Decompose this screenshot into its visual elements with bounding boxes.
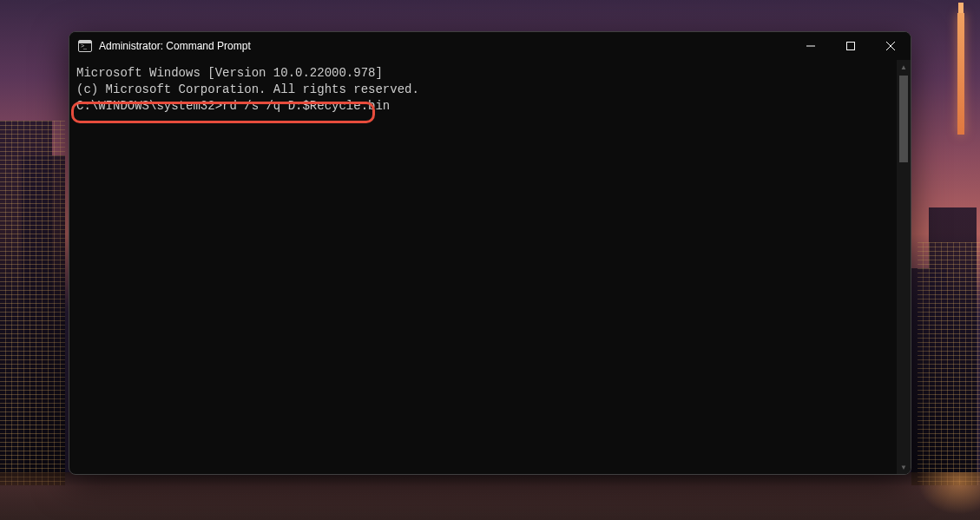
terminal-copyright-line: (c) Microsoft Corporation. All rights re…	[76, 82, 904, 98]
terminal-output-area[interactable]: Microsoft Windows [Version 10.0.22000.97…	[69, 60, 911, 474]
wallpaper-water-reflection	[0, 472, 980, 520]
window-titlebar[interactable]: Administrator: Command Prompt	[69, 32, 911, 60]
vertical-scrollbar[interactable]: ▲ ▼	[897, 60, 911, 474]
terminal-command-line: C:\WINDOWS\system32>rd /s /q D:$Recycle.…	[76, 98, 904, 115]
svg-rect-1	[847, 43, 855, 50]
terminal-prompt: C:\WINDOWS\system32>	[76, 98, 222, 115]
maximize-icon	[846, 42, 855, 50]
close-icon	[886, 42, 895, 50]
scrollbar-thumb[interactable]	[899, 76, 908, 162]
window-controls	[791, 32, 911, 60]
terminal-version-line: Microsoft Windows [Version 10.0.22000.97…	[76, 65, 904, 82]
close-button[interactable]	[871, 32, 911, 60]
terminal-icon	[78, 40, 92, 52]
window-title: Administrator: Command Prompt	[99, 40, 251, 52]
minimize-button[interactable]	[791, 32, 831, 60]
command-prompt-window: Administrator: Command Prompt Microsoft …	[69, 31, 911, 475]
maximize-button[interactable]	[831, 32, 871, 60]
minimize-icon	[806, 42, 815, 50]
scrollbar-down-arrow-icon[interactable]: ▼	[897, 460, 911, 474]
terminal-command-text: rd /s /q D:$Recycle.bin	[222, 99, 390, 113]
scrollbar-up-arrow-icon[interactable]: ▲	[897, 60, 911, 74]
